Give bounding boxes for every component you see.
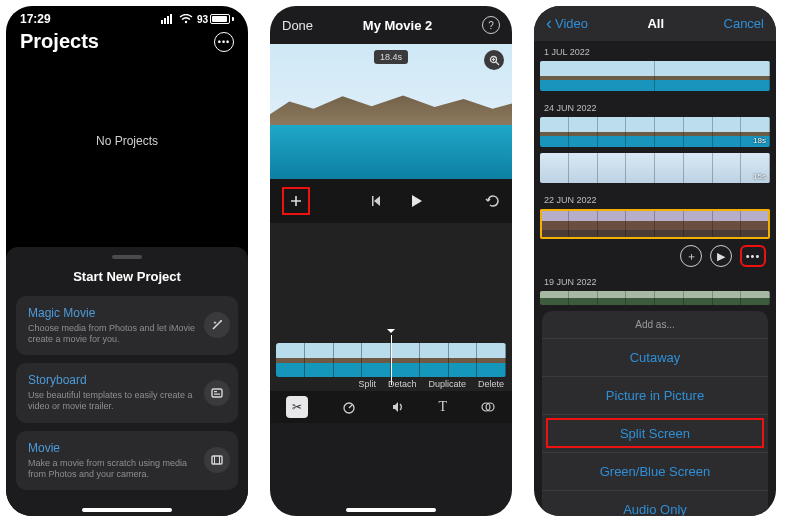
clip-ops: Split Detach Duplicate Delete [358, 379, 504, 389]
option-audio-only[interactable]: Audio Only [542, 490, 768, 516]
video-strip[interactable]: 18s [540, 117, 770, 147]
timeline[interactable]: Split Detach Duplicate Delete ✂ T [270, 223, 512, 423]
new-project-sheet: Start New Project Magic Movie Choose med… [6, 247, 248, 517]
play-button[interactable] [408, 193, 424, 209]
svg-line-13 [496, 62, 499, 65]
video-strip[interactable] [540, 291, 770, 305]
more-options-button[interactable]: ••• [740, 245, 766, 267]
date-header: 1 JUL 2022 [534, 41, 776, 59]
time-badge: 18.4s [374, 50, 408, 64]
filters-tool[interactable] [480, 399, 496, 415]
date-header: 24 JUN 2022 [534, 97, 776, 115]
date-header: 19 JUN 2022 [534, 271, 776, 289]
duration-badge: 15s [753, 172, 766, 181]
prev-frame-button[interactable] [370, 194, 384, 208]
status-bar: 17:29 93 [6, 6, 248, 28]
speed-tool[interactable] [341, 399, 357, 415]
option-green-screen[interactable]: Green/Blue Screen [542, 452, 768, 490]
card-subtitle: Choose media from Photos and let iMovie … [28, 323, 196, 346]
card-subtitle: Use beautiful templates to easily create… [28, 390, 196, 413]
op-duplicate[interactable]: Duplicate [428, 379, 466, 389]
svg-rect-7 [214, 391, 217, 392]
video-strip-selected[interactable] [540, 209, 770, 239]
status-time: 17:29 [20, 12, 51, 26]
more-button[interactable]: ••• [214, 32, 234, 52]
add-media-button[interactable] [282, 187, 310, 215]
card-movie[interactable]: Movie Make a movie from scratch using me… [16, 431, 238, 491]
svg-point-4 [185, 21, 187, 23]
svg-line-20 [349, 405, 352, 408]
playhead[interactable] [391, 335, 392, 385]
wifi-icon [179, 14, 193, 24]
svg-point-5 [220, 320, 222, 322]
add-clip-button[interactable]: ＋ [680, 245, 702, 267]
cancel-top-button[interactable]: Cancel [724, 16, 764, 31]
svg-rect-8 [214, 393, 220, 394]
add-as-sheet: Add as... Cutaway Picture in Picture Spl… [542, 311, 768, 516]
option-split-screen[interactable]: Split Screen [542, 414, 768, 452]
screen-editor: Done My Movie 2 ? 18.4s [270, 6, 512, 516]
svg-rect-3 [170, 14, 172, 24]
op-split[interactable]: Split [358, 379, 376, 389]
card-subtitle: Make a movie from scratch using media fr… [28, 458, 196, 481]
signal-icon [161, 14, 175, 24]
home-indicator[interactable] [82, 508, 172, 512]
preview-clip-button[interactable]: ▶ [710, 245, 732, 267]
page-title: Projects [20, 30, 99, 53]
option-cutaway[interactable]: Cutaway [542, 338, 768, 376]
battery-icon: 93 [197, 14, 234, 25]
video-strip[interactable] [540, 61, 770, 91]
screen-projects: 17:29 93 Projects ••• No Projects Start [6, 6, 248, 516]
card-title: Storyboard [28, 373, 196, 387]
volume-tool[interactable] [390, 399, 406, 415]
sheet-title: Start New Project [16, 269, 238, 284]
card-title: Magic Movie [28, 306, 196, 320]
duration-badge: 18s [753, 136, 766, 145]
date-header: 22 JUN 2022 [534, 189, 776, 207]
svg-rect-2 [167, 16, 169, 24]
svg-rect-9 [212, 456, 222, 464]
done-button[interactable]: Done [282, 18, 313, 33]
empty-state: No Projects [6, 61, 248, 221]
sheet-header: Add as... [542, 311, 768, 338]
wand-icon [204, 312, 230, 338]
svg-rect-18 [372, 196, 374, 206]
home-indicator[interactable] [346, 508, 436, 512]
titles-tool[interactable]: T [438, 399, 447, 415]
storyboard-icon [204, 380, 230, 406]
video-strip[interactable]: 15s [540, 153, 770, 183]
scissors-tool[interactable]: ✂ [286, 396, 308, 418]
film-icon [204, 447, 230, 473]
undo-button[interactable] [484, 194, 500, 208]
svg-rect-6 [212, 389, 222, 397]
screen-media-picker: Video All Cancel 1 JUL 2022 24 JUN 2022 … [534, 6, 776, 516]
option-pip[interactable]: Picture in Picture [542, 376, 768, 414]
card-storyboard[interactable]: Storyboard Use beautiful templates to ea… [16, 363, 238, 423]
sheet-grabber[interactable] [112, 255, 142, 259]
preview-viewport[interactable]: 18.4s [270, 44, 512, 179]
card-magic-movie[interactable]: Magic Movie Choose media from Photos and… [16, 296, 238, 356]
op-detach[interactable]: Detach [388, 379, 417, 389]
project-title: My Movie 2 [363, 18, 432, 33]
svg-rect-0 [161, 20, 163, 24]
segment-all[interactable]: All [647, 16, 664, 31]
zoom-button[interactable] [484, 50, 504, 70]
op-delete[interactable]: Delete [478, 379, 504, 389]
svg-rect-1 [164, 18, 166, 24]
help-button[interactable]: ? [482, 16, 500, 34]
card-title: Movie [28, 441, 196, 455]
back-button[interactable]: Video [546, 16, 588, 31]
